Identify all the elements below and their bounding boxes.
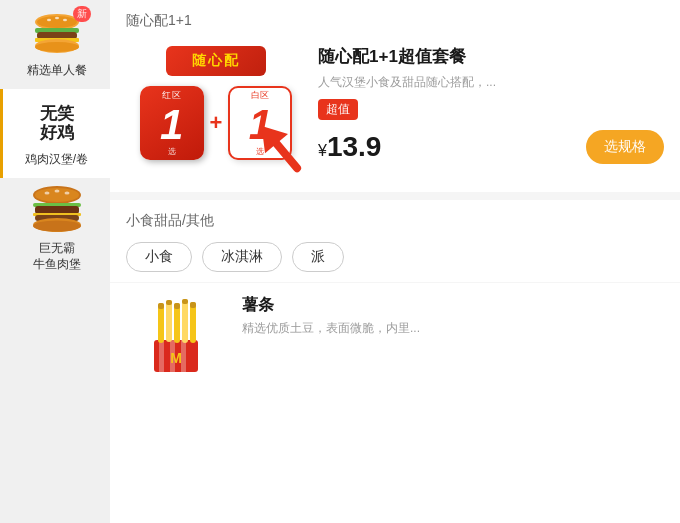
fries-section: M 薯条 精选优质土豆，表面微脆，内里... (110, 282, 680, 387)
sidebar-item-jingxuan[interactable]: 新 精选单人餐 (0, 0, 110, 89)
svg-rect-31 (182, 299, 188, 343)
svg-rect-34 (166, 300, 172, 305)
red-arrow-icon (246, 114, 316, 184)
product-info: 随心配1+1超值套餐 人气汉堡小食及甜品随心搭配，... 超值 ¥13.9 选规… (318, 46, 664, 164)
plus-sign: + (210, 110, 223, 136)
svg-point-3 (55, 17, 59, 19)
featured-product-card: 随心配 红区 1 选 + 白区 1 选 (110, 38, 680, 192)
snacks-title: 小食甜品/其他 (126, 212, 664, 230)
fries-icon: M (126, 295, 226, 375)
suixin-logo-text: 随心配 (192, 52, 240, 70)
product-title: 随心配1+1超值套餐 (318, 46, 664, 68)
svg-text:M: M (170, 350, 182, 366)
category-tags: 小食 冰淇淋 派 (126, 242, 664, 272)
product-price: ¥13.9 (318, 131, 381, 163)
red-badge-number: 1 (160, 104, 183, 146)
new-badge: 新 (73, 6, 91, 22)
fries-desc: 精选优质土豆，表面微脆，内里... (242, 320, 420, 337)
jingxuan-image: 新 (27, 10, 87, 60)
bigburger-image (27, 188, 87, 238)
svg-rect-35 (174, 303, 180, 309)
sidebar-item-bigburger[interactable]: 巨无霸 牛鱼肉堡 (0, 178, 110, 284)
svg-point-4 (63, 19, 67, 21)
svg-rect-6 (37, 32, 77, 39)
fries-info: 薯条 精选优质土豆，表面微脆，内里... (242, 295, 420, 345)
super-value-badge: 超值 (318, 99, 358, 120)
product-desc: 人气汉堡小食及甜品随心搭配，... (318, 74, 664, 91)
sidebar: 新 精选单人餐 (0, 0, 110, 523)
main-content: 随心配1+1 随心配 红区 1 选 + 白区 1 (110, 0, 680, 523)
svg-rect-16 (35, 206, 79, 214)
svg-rect-33 (158, 303, 164, 309)
section-title: 随心配1+1 (110, 0, 680, 38)
sidebar-item-chicken-label: 鸡肉汉堡/卷 (25, 151, 88, 168)
tag-xiaoshi[interactable]: 小食 (126, 242, 192, 272)
price-number: 13.9 (327, 131, 382, 162)
wuxiao-text: 无笑 (40, 105, 74, 124)
svg-point-14 (64, 191, 69, 194)
red-badge-bottom: 选 (168, 146, 176, 157)
sidebar-item-bigburger-label: 巨无霸 牛鱼肉堡 (33, 240, 81, 274)
svg-rect-36 (182, 299, 188, 304)
sidebar-item-jingxuan-label: 精选单人餐 (27, 62, 87, 79)
suixin-combo-visual: 随心配 红区 1 选 + 白区 1 选 (126, 46, 306, 176)
chicken-image: 无笑 好鸡 (27, 99, 87, 149)
fries-name: 薯条 (242, 295, 420, 316)
snacks-section: 小食甜品/其他 小食 冰淇淋 派 (110, 192, 680, 282)
tag-pie[interactable]: 派 (292, 242, 344, 272)
price-row: ¥13.9 选规格 (318, 130, 664, 164)
svg-rect-24 (159, 340, 164, 372)
tag-icecream[interactable]: 冰淇淋 (202, 242, 282, 272)
currency-symbol: ¥ (318, 142, 327, 159)
suixin-logo: 随心配 (166, 46, 266, 76)
red-badge: 红区 1 选 (140, 86, 204, 160)
svg-rect-32 (190, 302, 196, 343)
bigburger-icon (27, 185, 87, 241)
svg-rect-37 (190, 302, 196, 308)
svg-point-2 (47, 19, 51, 21)
svg-point-9 (35, 42, 79, 52)
arrow-indicator (246, 114, 316, 184)
select-spec-button[interactable]: 选规格 (586, 130, 664, 164)
svg-point-13 (54, 189, 59, 192)
fries-image: M (126, 295, 226, 375)
svg-point-20 (33, 220, 81, 231)
svg-point-12 (44, 191, 49, 194)
svg-rect-29 (166, 300, 172, 342)
sidebar-item-chicken[interactable]: 无笑 好鸡 鸡肉汉堡/卷 (0, 89, 110, 178)
haoji-text: 好鸡 (40, 124, 74, 143)
